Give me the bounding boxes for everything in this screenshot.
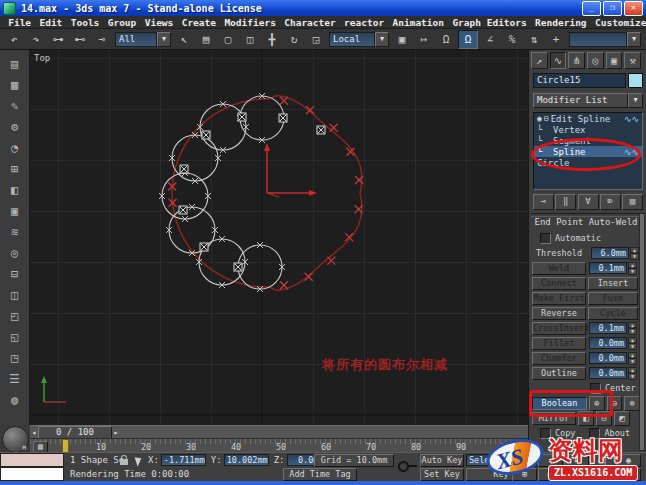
select-and-rotate-icon[interactable]: ↻ — [284, 30, 304, 49]
selection-filter-combo[interactable]: All▼ — [115, 32, 171, 47]
key-filter-selected-combo[interactable]: Selected — [466, 454, 506, 466]
remove-modifier-icon[interactable]: ⌦ — [600, 194, 621, 210]
mirror-vertical-icon[interactable]: ⊟ — [596, 411, 612, 426]
time-slider-handle[interactable]: 0 / 100 — [38, 426, 112, 439]
tab-utilities[interactable]: ⚒ — [624, 52, 641, 69]
spinner-down-icon[interactable]: ▼ — [628, 373, 637, 380]
menu-item-customize[interactable]: Customize — [591, 17, 646, 28]
spinner-control[interactable]: ▲▼ — [628, 322, 637, 335]
connect-button[interactable]: Connect — [532, 277, 586, 290]
redo-icon[interactable]: ↷ — [26, 30, 46, 49]
tab-modify[interactable]: ∿ — [550, 52, 567, 69]
stack-row-edit-spline[interactable]: ◉⊟Edit Spline∿∿ — [534, 113, 642, 124]
menu-item-edit[interactable]: Edit — [35, 17, 66, 28]
select-and-scale-icon[interactable]: ◲ — [306, 30, 326, 49]
modifier-stack[interactable]: ◉⊟Edit Spline∿∿└Vertex└Segment└Spline∿∿C… — [533, 112, 643, 190]
boolean-intersect-icon[interactable]: ⊗ — [624, 396, 640, 411]
nav-button-6[interactable]: ✋ — [538, 468, 563, 481]
viewport-canvas[interactable] — [30, 50, 528, 425]
crossinsert-field[interactable]: 0.1mm — [589, 322, 627, 334]
fillet-button[interactable]: Fillet — [532, 337, 586, 350]
left-tool-icon-1[interactable]: ▤ — [4, 54, 26, 75]
rect-selection-region-icon[interactable]: ▢ — [218, 30, 238, 49]
make-first-button[interactable]: Make First — [532, 292, 586, 305]
add-time-tag-button[interactable]: Add Time Tag — [283, 468, 357, 481]
tab-hierarchy[interactable]: ⋔ — [568, 52, 585, 69]
snap-toggle-3d-icon[interactable]: Ω — [458, 30, 478, 49]
bind-to-spacewarp-icon[interactable]: ⊸ — [92, 30, 112, 49]
menu-item-character[interactable]: Character — [280, 17, 340, 28]
menu-item-file[interactable]: File — [4, 17, 35, 28]
nav-button-5[interactable]: ⊞ — [512, 468, 537, 481]
keyboard-override-icon[interactable]: + — [546, 30, 566, 49]
lightbulb-icon[interactable]: ◉ — [537, 114, 542, 123]
object-name-field[interactable]: Circle15 — [533, 73, 626, 88]
set-keys-key-icon[interactable] — [398, 461, 409, 472]
weld-field[interactable]: 0.1mm — [589, 262, 627, 274]
crossinsert-button[interactable]: CrossInsert — [532, 322, 586, 335]
time-slider-left-arrow[interactable]: ◂ — [30, 428, 38, 437]
select-and-link-icon[interactable]: ⊶ — [48, 30, 68, 49]
left-tool-icon-9[interactable]: ≋ — [4, 222, 26, 243]
menu-item-animation[interactable]: Animation — [388, 17, 448, 28]
percent-snap-icon[interactable]: % — [502, 30, 522, 49]
track-bar[interactable]: ▦ 102030405060708090100 — [30, 438, 528, 452]
menu-item-tools[interactable]: Tools — [67, 17, 104, 28]
insert-button[interactable]: Insert — [588, 277, 638, 290]
mirror-horizontal-icon[interactable]: ◧ — [578, 411, 594, 426]
undo-icon[interactable]: ↶ — [4, 30, 24, 49]
spinner-snap-icon[interactable]: ⇅ — [524, 30, 544, 49]
y-coordinate-field[interactable]: 10.002mm — [224, 454, 269, 466]
left-tool-icon-13[interactable]: ◰ — [4, 306, 26, 327]
snap-toggle-2d-icon[interactable]: Ω — [436, 30, 456, 49]
left-tool-icon-7[interactable]: ◧ — [4, 180, 26, 201]
reference-coordinate-combo[interactable]: Local▼ — [329, 32, 389, 47]
center-checkbox[interactable] — [590, 383, 601, 394]
spinner-down-icon[interactable]: ▼ — [630, 253, 639, 260]
boolean-button[interactable]: Boolean — [532, 397, 587, 410]
stack-row-segment[interactable]: └Segment — [534, 135, 642, 146]
fillet-field[interactable]: 0.0mm — [589, 337, 627, 349]
left-tool-icon-14[interactable]: ◱ — [4, 327, 26, 348]
left-tool-icon-11[interactable]: ⊟ — [4, 264, 26, 285]
left-tool-icon-17[interactable]: ◍ — [4, 390, 26, 411]
left-tool-icon-12[interactable]: ◫ — [4, 285, 26, 306]
pin-stack-icon[interactable]: ⊸ — [533, 194, 554, 210]
spinner-down-icon[interactable]: ▼ — [628, 358, 637, 365]
x-coordinate-field[interactable]: -1.711mm — [161, 454, 206, 466]
menu-item-group[interactable]: Group — [104, 17, 141, 28]
menu-item-graph-editors[interactable]: Graph Editors — [448, 17, 531, 28]
unlink-selection-icon[interactable]: ⊷ — [70, 30, 90, 49]
copy-checkbox[interactable] — [540, 428, 551, 439]
stack-row-spline[interactable]: └Spline∿∿ — [534, 146, 642, 157]
maxscript-mini-listener[interactable] — [0, 467, 64, 481]
spinner-control[interactable]: ▲▼ — [628, 337, 637, 350]
spinner-down-icon[interactable]: ▼ — [628, 328, 637, 335]
stack-row-circle[interactable]: Circle — [534, 157, 642, 168]
set-key-button[interactable]: Set Key — [420, 468, 464, 481]
nav-button-4[interactable]: ◉ — [616, 454, 641, 467]
time-slider-right-arrow[interactable]: ▸ — [112, 428, 120, 437]
selection-lock-icon[interactable] — [120, 459, 128, 465]
select-object-icon[interactable]: ↖ — [174, 30, 194, 49]
tab-motion[interactable]: ◎ — [587, 52, 604, 69]
outline-field[interactable]: 0.0mm — [589, 367, 627, 379]
left-tool-icon-3[interactable]: ✎ — [4, 96, 26, 117]
spinner-down-icon[interactable]: ▼ — [628, 268, 637, 275]
left-tool-icon-6[interactable]: ⊞ — [4, 159, 26, 180]
threshold-field[interactable]: 6.0mm — [591, 247, 629, 259]
select-by-name-icon[interactable]: ▤ — [196, 30, 216, 49]
spinner-control[interactable]: ▲▼ — [628, 367, 637, 380]
viewport-label[interactable]: Top — [34, 53, 50, 63]
outline-button[interactable]: Outline — [532, 367, 586, 380]
chamfer-field[interactable]: 0.0mm — [589, 352, 627, 364]
spinner-control[interactable]: ▲▼ — [628, 352, 637, 365]
mirror-button[interactable]: Mirror — [532, 412, 576, 425]
viewport-top[interactable]: Top 将所有的圆布尔相减 — [30, 50, 528, 425]
left-tool-icon-8[interactable]: ▣ — [4, 201, 26, 222]
window-crossing-icon[interactable]: ◫ — [240, 30, 260, 49]
tab-display[interactable]: ▣ — [606, 52, 623, 69]
about-checkbox[interactable] — [589, 428, 600, 439]
time-slider[interactable]: ◂ 0 / 100 ▸ — [30, 425, 528, 438]
configure-modifier-sets-icon[interactable]: ▤ — [622, 194, 643, 210]
